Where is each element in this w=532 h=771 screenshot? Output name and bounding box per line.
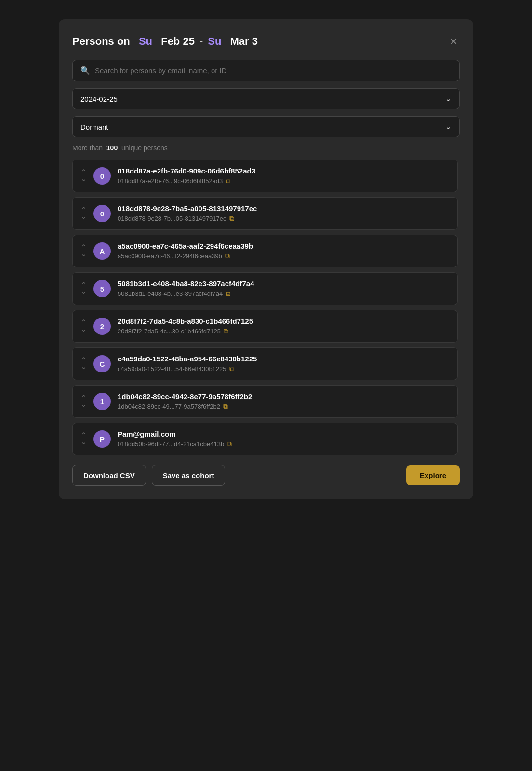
title-end-date: Mar 3 (230, 35, 257, 48)
person-id-main: 018dd87a-e2fb-76d0-909c-06d6bf852ad3 (118, 167, 450, 175)
person-id-short: a5ac0900-ea7c-46...f2-294f6ceaa39b (118, 253, 222, 260)
person-id-sub: 018dd878-9e28-7b...05-8131497917ec ⧉ (118, 214, 450, 223)
copy-icon[interactable]: ⧉ (224, 327, 228, 335)
person-id-main: Pam@gmail.com (118, 430, 450, 438)
person-id-main: c4a59da0-1522-48ba-a954-66e8430b1225 (118, 355, 450, 363)
expand-icon[interactable]: ⌃ ⌄ (80, 395, 87, 408)
count-text: More than 100 unique persons (72, 144, 460, 152)
expand-icon[interactable]: ⌃ ⌄ (80, 320, 87, 332)
date-select[interactable]: 2024-02-25 ⌄ (72, 88, 460, 109)
person-id-short: 018dd878-9e28-7b...05-8131497917ec (118, 215, 226, 222)
expand-icon[interactable]: ⌃ ⌄ (80, 245, 87, 257)
copy-icon[interactable]: ⧉ (227, 440, 232, 448)
avatar: C (93, 355, 111, 372)
avatar: 1 (93, 393, 111, 410)
search-box: 🔍 (72, 60, 460, 81)
expand-icon[interactable]: ⌃ ⌄ (80, 170, 87, 182)
status-select-value: Dormant (80, 123, 108, 131)
modal: Persons on Su Feb 25 - Su Mar 3 ✕ 🔍 2024… (59, 19, 473, 499)
avatar: 0 (93, 205, 111, 222)
person-id-main: a5ac0900-ea7c-465a-aaf2-294f6ceaa39b (118, 242, 450, 250)
close-button[interactable]: ✕ (448, 35, 460, 48)
person-id-sub: a5ac0900-ea7c-46...f2-294f6ceaa39b ⧉ (118, 252, 450, 260)
person-id-sub: 5081b3d1-e408-4b...e3-897acf4df7a4 ⧉ (118, 290, 450, 298)
list-item: ⌃ ⌄ 0 018dd87a-e2fb-76d0-909c-06d6bf852a… (72, 160, 458, 192)
avatar: 0 (93, 167, 111, 185)
date-select-value: 2024-02-25 (80, 95, 118, 103)
count-prefix: More than (72, 144, 103, 152)
title-start-day: Su (139, 35, 152, 48)
person-id-sub: 20d8f7f2-7da5-4c...30-c1b466fd7125 ⧉ (118, 327, 450, 335)
expand-icon[interactable]: ⌃ ⌄ (80, 358, 87, 370)
modal-header: Persons on Su Feb 25 - Su Mar 3 ✕ (72, 35, 460, 48)
list-item: ⌃ ⌄ A a5ac0900-ea7c-465a-aaf2-294f6ceaa3… (72, 235, 458, 267)
expand-icon[interactable]: ⌃ ⌄ (80, 282, 87, 295)
list-item: ⌃ ⌄ 5 5081b3d1-e408-4ba8-82e3-897acf4df7… (72, 272, 458, 305)
person-info: 018dd878-9e28-7ba5-a005-8131497917ec 018… (118, 204, 450, 223)
person-id-short: 018dd87a-e2fb-76...9c-06d6bf852ad3 (118, 177, 223, 185)
list-item: ⌃ ⌄ 2 20d8f7f2-7da5-4c8b-a830-c1b466fd71… (72, 310, 458, 343)
avatar: P (93, 430, 111, 448)
copy-icon[interactable]: ⧉ (223, 402, 228, 411)
person-info: 018dd87a-e2fb-76d0-909c-06d6bf852ad3 018… (118, 167, 450, 185)
chevron-down-icon: ⌄ (445, 94, 452, 103)
person-id-sub: 018dd50b-96df-77...d4-21ca1cbe413b ⧉ (118, 440, 450, 448)
avatar: 2 (93, 318, 111, 335)
status-select[interactable]: Dormant ⌄ (72, 116, 460, 137)
person-id-short: 018dd50b-96df-77...d4-21ca1cbe413b (118, 440, 224, 448)
title-start-date: Feb 25 (161, 35, 195, 48)
list-item: ⌃ ⌄ 0 018dd878-9e28-7ba5-a005-8131497917… (72, 197, 458, 230)
person-id-short: 20d8f7f2-7da5-4c...30-c1b466fd7125 (118, 328, 221, 335)
title-prefix: Persons on (72, 35, 130, 48)
person-id-sub: c4a59da0-1522-48...54-66e8430b1225 ⧉ (118, 365, 450, 373)
chevron-down-icon: ⌄ (445, 122, 452, 131)
avatar: 5 (93, 280, 111, 297)
list-item: ⌃ ⌄ P Pam@gmail.com 018dd50b-96df-77...d… (72, 423, 458, 455)
count-number: 100 (106, 144, 118, 152)
expand-icon[interactable]: ⌃ ⌄ (80, 207, 87, 220)
avatar: A (93, 242, 111, 260)
person-info: Pam@gmail.com 018dd50b-96df-77...d4-21ca… (118, 430, 450, 448)
copy-icon[interactable]: ⧉ (225, 252, 230, 260)
person-id-short: 1db04c82-89cc-49...77-9a578f6ff2b2 (118, 403, 220, 410)
copy-icon[interactable]: ⧉ (226, 290, 230, 298)
person-info: 5081b3d1-e408-4ba8-82e3-897acf4df7a4 508… (118, 279, 450, 298)
footer-left-buttons: Download CSV Save as cohort (72, 465, 225, 486)
search-input[interactable] (95, 66, 452, 75)
title-end-day: Su (208, 35, 221, 48)
person-info: 1db04c82-89cc-4942-8e77-9a578f6ff2b2 1db… (118, 392, 450, 411)
copy-icon[interactable]: ⧉ (229, 214, 234, 223)
person-id-sub: 018dd87a-e2fb-76...9c-06d6bf852ad3 ⧉ (118, 177, 450, 185)
expand-icon[interactable]: ⌃ ⌄ (80, 433, 87, 445)
person-id-main: 018dd878-9e28-7ba5-a005-8131497917ec (118, 204, 450, 213)
person-info: c4a59da0-1522-48ba-a954-66e8430b1225 c4a… (118, 355, 450, 373)
list-item: ⌃ ⌄ C c4a59da0-1522-48ba-a954-66e8430b12… (72, 347, 458, 380)
save-cohort-button[interactable]: Save as cohort (152, 465, 226, 486)
count-suffix: unique persons (121, 144, 168, 152)
modal-title: Persons on Su Feb 25 - Su Mar 3 (72, 35, 258, 48)
download-csv-button[interactable]: Download CSV (72, 465, 146, 486)
person-id-sub: 1db04c82-89cc-49...77-9a578f6ff2b2 ⧉ (118, 402, 450, 411)
copy-icon[interactable]: ⧉ (229, 365, 234, 373)
footer: Download CSV Save as cohort Explore (72, 465, 460, 486)
person-info: 20d8f7f2-7da5-4c8b-a830-c1b466fd7125 20d… (118, 317, 450, 335)
person-id-main: 5081b3d1-e408-4ba8-82e3-897acf4df7a4 (118, 279, 450, 288)
explore-button[interactable]: Explore (406, 465, 460, 485)
copy-icon[interactable]: ⧉ (226, 177, 230, 185)
person-id-short: 5081b3d1-e408-4b...e3-897acf4df7a4 (118, 290, 223, 297)
person-id-main: 1db04c82-89cc-4942-8e77-9a578f6ff2b2 (118, 392, 450, 400)
list-item: ⌃ ⌄ 1 1db04c82-89cc-4942-8e77-9a578f6ff2… (72, 385, 458, 418)
persons-list: ⌃ ⌄ 0 018dd87a-e2fb-76d0-909c-06d6bf852a… (72, 160, 460, 455)
person-id-short: c4a59da0-1522-48...54-66e8430b1225 (118, 365, 226, 372)
search-icon: 🔍 (80, 66, 90, 75)
person-id-main: 20d8f7f2-7da5-4c8b-a830-c1b466fd7125 (118, 317, 450, 325)
title-dash: - (200, 35, 203, 48)
person-info: a5ac0900-ea7c-465a-aaf2-294f6ceaa39b a5a… (118, 242, 450, 260)
